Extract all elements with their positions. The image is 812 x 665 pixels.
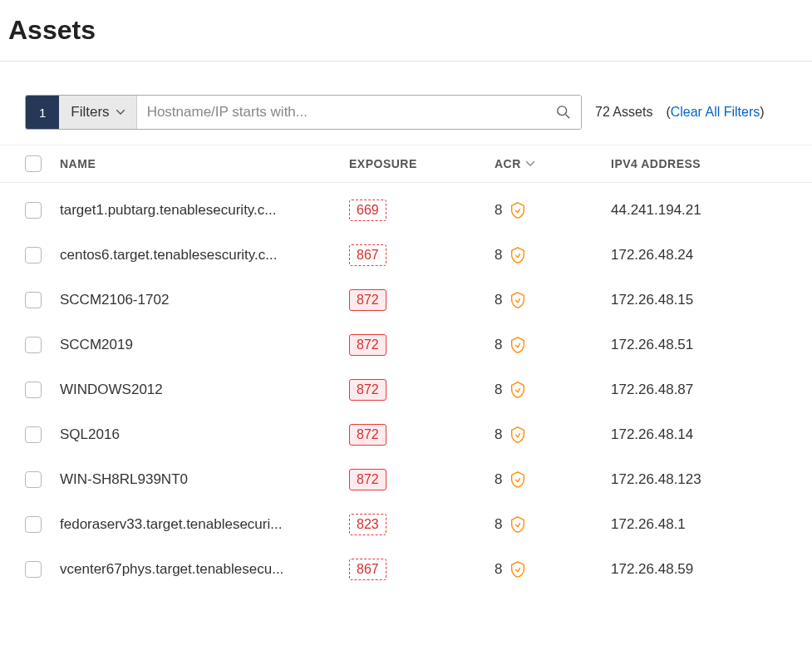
table-body: target1.pubtarg.tenablesecurity.c...6698…: [0, 183, 812, 597]
asset-name: target1.pubtarg.tenablesecurity.c...: [60, 202, 349, 219]
asset-name: fedoraserv33.target.tenablesecuri...: [60, 516, 349, 533]
asset-count: 72 Assets: [595, 105, 652, 120]
column-header-ip[interactable]: IPV4 ADDRESS: [611, 157, 787, 170]
acr-value: 8: [495, 292, 502, 308]
asset-name: centos6.target.tenablesescurity.c...: [60, 247, 349, 264]
exposure-badge: 872: [349, 334, 386, 356]
ipv4-address: 172.26.48.87: [611, 382, 787, 398]
filter-count-badge: 1: [26, 96, 59, 129]
ipv4-address: 172.26.48.14: [611, 426, 787, 443]
svg-point-0: [558, 106, 567, 116]
asset-name: SCCM2019: [60, 337, 349, 353]
row-checkbox[interactable]: [25, 561, 42, 578]
row-checkbox[interactable]: [25, 382, 42, 398]
clear-filters-wrap: (Clear All Filters): [666, 105, 764, 120]
chevron-down-icon: [116, 110, 125, 115]
acr-value: 8: [495, 202, 502, 219]
table-row[interactable]: fedoraserv33.target.tenablesecuri...8238…: [0, 502, 812, 547]
ipv4-address: 172.26.48.59: [611, 561, 787, 578]
exposure-badge: 823: [349, 514, 386, 535]
row-checkbox[interactable]: [25, 202, 42, 219]
ipv4-address: 44.241.194.21: [611, 202, 787, 219]
acr-shield-icon: [509, 426, 527, 444]
filter-group: 1 Filters: [25, 95, 582, 130]
column-header-acr[interactable]: ACR: [495, 157, 611, 170]
clear-all-filters-link[interactable]: Clear All Filters: [671, 105, 760, 119]
acr-shield-icon: [509, 246, 527, 264]
assets-table: NAME EXPOSURE ACR IPV4 ADDRESS target1.p…: [0, 145, 812, 597]
sort-chevron-down-icon: [526, 161, 534, 166]
exposure-badge: 872: [349, 379, 386, 401]
table-row[interactable]: vcenter67phys.target.tenablesecu...86781…: [0, 547, 812, 592]
table-row[interactable]: target1.pubtarg.tenablesecurity.c...6698…: [0, 188, 812, 233]
acr-shield-icon: [509, 470, 527, 489]
table-row[interactable]: WIN-SH8RL939NT08728172.26.48.123: [0, 457, 812, 502]
acr-value: 8: [495, 247, 502, 264]
asset-name: WIN-SH8RL939NT0: [60, 471, 349, 488]
table-row[interactable]: SQL20168728172.26.48.14: [0, 412, 812, 457]
svg-line-1: [566, 115, 570, 119]
ipv4-address: 172.26.48.15: [611, 292, 787, 308]
select-all-checkbox[interactable]: [25, 155, 42, 172]
table-header: NAME EXPOSURE ACR IPV4 ADDRESS: [0, 145, 812, 183]
column-header-name[interactable]: NAME: [60, 157, 349, 170]
asset-name: vcenter67phys.target.tenablesecu...: [60, 561, 349, 578]
exposure-badge: 867: [349, 244, 386, 266]
acr-value: 8: [495, 471, 502, 488]
table-row[interactable]: SCCM20198728172.26.48.51: [0, 323, 812, 367]
asset-name: WINDOWS2012: [60, 382, 349, 398]
exposure-badge: 872: [349, 289, 386, 311]
search-icon: [556, 105, 571, 120]
exposure-badge: 872: [349, 469, 386, 490]
row-checkbox[interactable]: [25, 426, 42, 443]
row-checkbox[interactable]: [25, 516, 42, 533]
exposure-badge: 867: [349, 559, 386, 580]
acr-value: 8: [495, 561, 502, 578]
column-header-acr-label: ACR: [495, 157, 521, 170]
acr-value: 8: [495, 337, 502, 353]
table-row[interactable]: WINDOWS20128728172.26.48.87: [0, 367, 812, 412]
ipv4-address: 172.26.48.123: [611, 471, 787, 488]
asset-name: SQL2016: [60, 426, 349, 443]
acr-value: 8: [495, 516, 502, 533]
row-checkbox[interactable]: [25, 337, 42, 353]
search-input[interactable]: [147, 104, 556, 121]
column-header-exposure[interactable]: EXPOSURE: [349, 157, 495, 170]
ipv4-address: 172.26.48.51: [611, 337, 787, 353]
acr-value: 8: [495, 426, 502, 443]
row-checkbox[interactable]: [25, 247, 42, 264]
page-title: Assets: [0, 0, 812, 62]
table-row[interactable]: centos6.target.tenablesescurity.c...8678…: [0, 233, 812, 278]
table-row[interactable]: SCCM2106-17028728172.26.48.15: [0, 278, 812, 323]
search-wrap: [137, 96, 581, 129]
filters-dropdown[interactable]: Filters: [59, 96, 136, 129]
filter-bar: 1 Filters 72 Assets (Clear All Filters): [0, 62, 812, 145]
acr-value: 8: [495, 382, 502, 398]
acr-shield-icon: [509, 336, 527, 354]
acr-shield-icon: [509, 560, 527, 579]
row-checkbox[interactable]: [25, 292, 42, 308]
exposure-badge: 669: [349, 200, 386, 221]
ipv4-address: 172.26.48.24: [611, 247, 787, 264]
filters-dropdown-label: Filters: [71, 104, 109, 121]
ipv4-address: 172.26.48.1: [611, 516, 787, 533]
acr-shield-icon: [509, 291, 527, 309]
acr-shield-icon: [509, 515, 527, 534]
asset-name: SCCM2106-1702: [60, 292, 349, 308]
acr-shield-icon: [509, 381, 527, 399]
exposure-badge: 872: [349, 424, 386, 446]
acr-shield-icon: [509, 201, 527, 219]
row-checkbox[interactable]: [25, 471, 42, 488]
